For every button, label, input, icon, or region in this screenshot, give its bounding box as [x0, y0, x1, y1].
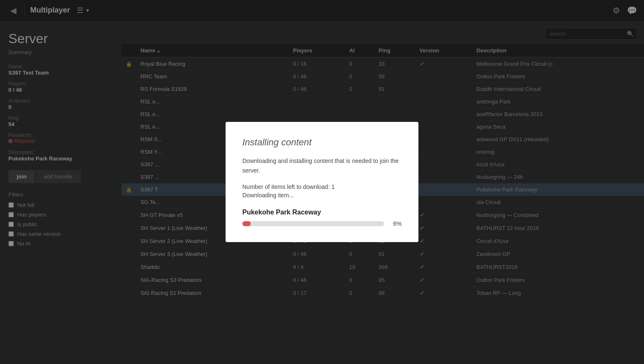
- modal-overlay: Installing content Downloading and insta…: [0, 0, 644, 364]
- progress-bar-fill: [242, 221, 251, 226]
- progress-bar-background: [242, 221, 384, 226]
- modal-downloading-text: Downloading item...: [242, 192, 402, 199]
- modal-progress-row: 6%: [242, 220, 402, 227]
- installing-content-modal: Installing content Downloading and insta…: [226, 122, 418, 242]
- progress-percentage: 6%: [389, 220, 402, 227]
- modal-items-left: Number of items left to download: 1: [242, 183, 402, 190]
- modal-title: Installing content: [242, 137, 402, 148]
- modal-file-label: Pukekohe Park Raceway: [242, 209, 402, 216]
- modal-body-text: Downloading and installing content that …: [242, 156, 402, 175]
